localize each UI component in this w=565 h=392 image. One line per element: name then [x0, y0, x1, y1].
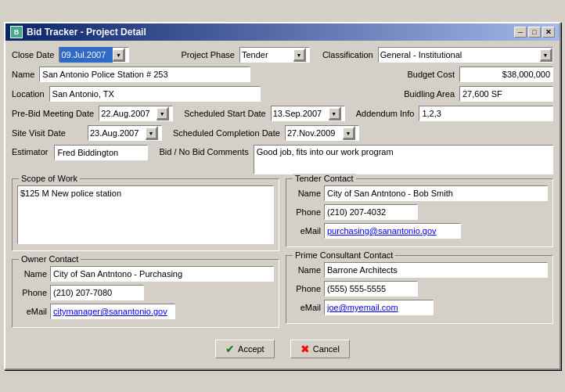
prime-contact-group: Prime Consultant Contact Name Phone eMai…	[286, 255, 553, 324]
accept-icon: ✔	[225, 343, 235, 355]
owner-email-input[interactable]	[50, 304, 175, 319]
budget-cost-input[interactable]	[459, 67, 553, 82]
tender-name-row: Name	[291, 185, 548, 201]
row-1: Close Date ▼ Project Phase ▼ Classificat…	[12, 47, 553, 63]
scheduled-completion-dropdown[interactable]: ▼	[285, 125, 359, 141]
bid-no-bid-label: Bid / No Bid Comments	[159, 147, 248, 156]
prime-name-label: Name	[291, 265, 321, 275]
bid-comments-textarea[interactable]: Good job, fits into our work program	[254, 145, 553, 174]
pre-bid-dropdown[interactable]: ▼	[99, 106, 173, 121]
project-phase-dropdown[interactable]: ▼	[239, 47, 310, 63]
tender-contact-group: Tender Contact Name Phone eMail	[286, 178, 553, 247]
classification-dropdown[interactable]: ▼	[378, 47, 553, 63]
location-label: Location	[12, 89, 45, 99]
row-4: Pre-Bid Meeting Date ▼ Scheduled Start D…	[12, 106, 553, 121]
accept-label: Accept	[238, 344, 265, 354]
tender-email-row: eMail	[291, 223, 548, 239]
building-area-label: Buidling Area	[404, 89, 455, 99]
cancel-button[interactable]: ✖ Cancel	[290, 340, 350, 358]
building-area-input[interactable]	[459, 86, 553, 102]
site-visit-dropdown[interactable]: ▼	[88, 125, 162, 141]
tender-name-input[interactable]	[324, 185, 548, 201]
title-bar-left: B Bid Tracker - Project Detail	[10, 26, 146, 38]
scheduled-completion-arrow[interactable]: ▼	[343, 126, 355, 140]
classification-input[interactable]	[379, 47, 540, 63]
close-button[interactable]: ✕	[542, 27, 555, 38]
estimator-input[interactable]	[54, 145, 148, 160]
project-phase-arrow[interactable]: ▼	[293, 48, 306, 62]
site-visit-arrow[interactable]: ▼	[146, 126, 158, 140]
tender-phone-label: Phone	[291, 207, 321, 217]
accept-button[interactable]: ✔ Accept	[215, 340, 275, 358]
tender-email-input[interactable]	[324, 223, 461, 239]
owner-contact-title: Owner Contact	[19, 254, 81, 264]
scheduled-completion-label: Scheduled Completion Date	[173, 128, 280, 138]
prime-email-label: eMail	[291, 303, 321, 312]
content-area: Close Date ▼ Project Phase ▼ Classificat…	[5, 41, 560, 369]
owner-phone-label: Phone	[17, 288, 47, 297]
owner-name-label: Name	[17, 269, 47, 279]
minimize-button[interactable]: ─	[514, 27, 527, 38]
prime-contact-title: Prime Consultant Contact	[293, 250, 395, 260]
prime-email-row: eMail	[291, 300, 548, 315]
location-input[interactable]	[49, 86, 261, 102]
window-title: Bid Tracker - Project Detail	[27, 27, 146, 38]
scope-group: Scope of Work	[12, 178, 279, 251]
close-date-arrow[interactable]: ▼	[113, 48, 125, 62]
owner-email-row: eMail	[17, 304, 274, 319]
tender-phone-input[interactable]	[324, 204, 418, 220]
pre-bid-arrow[interactable]: ▼	[157, 106, 169, 120]
owner-phone-row: Phone	[17, 285, 274, 300]
cancel-label: Cancel	[313, 344, 340, 354]
restore-button[interactable]: □	[528, 27, 541, 38]
scheduled-completion-input[interactable]	[286, 125, 343, 141]
estimator-label: Estimator	[12, 147, 48, 156]
addendum-label: Addendum Info	[356, 109, 415, 118]
title-buttons: ─ □ ✕	[514, 27, 555, 38]
classification-label: Classification	[322, 50, 373, 59]
classification-arrow[interactable]: ▼	[540, 48, 552, 62]
tender-email-label: eMail	[291, 226, 321, 236]
pre-bid-input[interactable]	[99, 106, 157, 121]
addendum-input[interactable]	[419, 106, 553, 121]
close-date-input[interactable]	[59, 47, 113, 63]
name-label: Name	[12, 70, 34, 79]
tender-name-label: Name	[291, 189, 321, 198]
scheduled-start-input[interactable]	[272, 106, 329, 121]
main-window: B Bid Tracker - Project Detail ─ □ ✕ Clo…	[4, 22, 561, 370]
scope-title: Scope of Work	[19, 174, 80, 183]
bottom-row: Scope of Work Owner Contact Name Phone e…	[12, 178, 553, 332]
owner-name-input[interactable]	[50, 266, 274, 282]
prime-email-input[interactable]	[324, 300, 434, 315]
close-date-dropdown[interactable]: ▼	[59, 47, 129, 63]
tender-phone-row: Phone	[291, 204, 548, 220]
tender-contact-title: Tender Contact	[293, 174, 356, 183]
row-2: Name Budget Cost	[12, 67, 553, 82]
prime-name-row: Name	[291, 262, 548, 278]
close-date-label: Close Date	[12, 50, 54, 59]
scheduled-start-dropdown[interactable]: ▼	[271, 106, 345, 121]
cancel-icon: ✖	[300, 343, 310, 355]
scheduled-start-arrow[interactable]: ▼	[329, 106, 341, 120]
owner-email-label: eMail	[17, 307, 47, 316]
row-3: Location Buidling Area	[12, 86, 553, 102]
title-bar: B Bid Tracker - Project Detail ─ □ ✕	[5, 23, 560, 41]
owner-phone-input[interactable]	[50, 285, 144, 300]
budget-cost-label: Budget Cost	[407, 70, 455, 79]
row-5: Site Visit Date ▼ Scheduled Completion D…	[12, 125, 553, 141]
project-phase-input[interactable]	[240, 47, 293, 63]
prime-name-input[interactable]	[324, 262, 548, 278]
prime-phone-label: Phone	[291, 284, 321, 293]
prime-phone-input[interactable]	[324, 281, 418, 297]
scope-textarea[interactable]	[17, 185, 274, 244]
row-6: Estimator Bid / No Bid Comments Good job…	[12, 145, 553, 174]
site-visit-input[interactable]	[88, 125, 146, 141]
pre-bid-label: Pre-Bid Meeting Date	[12, 109, 94, 118]
site-visit-label: Site Visit Date	[12, 128, 66, 138]
prime-phone-row: Phone	[291, 281, 548, 297]
project-phase-label: Project Phase	[181, 50, 234, 59]
owner-name-row: Name	[17, 266, 274, 282]
owner-contact-group: Owner Contact Name Phone eMail	[12, 259, 279, 328]
name-input[interactable]	[39, 67, 250, 82]
button-row: ✔ Accept ✖ Cancel	[12, 336, 553, 362]
